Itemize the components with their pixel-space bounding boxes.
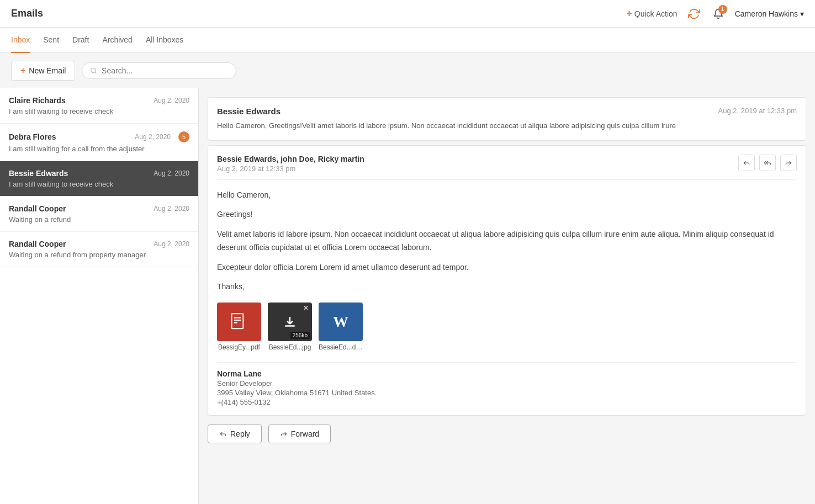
user-name[interactable]: Cameron Hawkins ▾ <box>735 9 804 18</box>
email-signature: Norma Lane Senior Developer 3995 Valley … <box>217 362 797 406</box>
attachment-pdf[interactable]: BessigEy...pdf <box>217 303 261 351</box>
word-icon: W <box>333 313 348 331</box>
reply-button[interactable]: Reply <box>208 425 262 443</box>
attachment-close-icon: ✕ <box>303 304 309 312</box>
email-item-debra[interactable]: Debra Flores Aug 2, 2020 5 I am still wa… <box>0 124 198 161</box>
attachment-thumb-doc: W <box>319 303 363 341</box>
forward-label: Forward <box>291 429 319 438</box>
attachment-doc-label: BessieEd...doc <box>319 343 363 351</box>
email-date: Aug 2, 2020 <box>154 169 189 177</box>
email-summary-card: Bessie Edwards Aug 2, 2019 at 12:33 pm H… <box>208 97 806 141</box>
email-actions: Reply Forward <box>208 425 806 443</box>
thread-thanks: Thanks, <box>217 280 797 294</box>
email-sender: Bessie Edwards <box>9 169 68 178</box>
signature-address: 3995 Valley View, Oklahoma 51671 United … <box>217 389 797 397</box>
email-preview: I am still waiting for a call from the a… <box>9 145 189 153</box>
refresh-button[interactable] <box>686 6 702 22</box>
quick-action-label: Quick Action <box>634 9 678 18</box>
thread-header: Bessie Edwards, john Doe, Ricky martin A… <box>217 155 797 180</box>
reply-icon <box>219 430 227 438</box>
email-item-header: Claire Richards Aug 2, 2020 <box>9 96 189 105</box>
quick-action-plus-icon: + <box>626 8 632 19</box>
signature-title: Senior Developer <box>217 379 797 388</box>
new-email-button[interactable]: + New Email <box>11 61 75 81</box>
notification-badge: 1 <box>718 5 727 14</box>
new-email-plus-icon: + <box>20 66 25 76</box>
email-preview: I am still waiting to receive check <box>9 107 189 115</box>
email-list: Claire Richards Aug 2, 2020 I am still w… <box>0 88 199 504</box>
thread-sender: Bessie Edwards, john Doe, Ricky martin <box>217 155 364 163</box>
email-summary-date: Aug 2, 2019 at 12:33 pm <box>718 107 797 115</box>
reply-label: Reply <box>230 429 250 438</box>
email-preview: I am still waiting to receive check <box>9 180 189 188</box>
email-summary-header: Bessie Edwards Aug 2, 2019 at 12:33 pm <box>217 107 797 116</box>
main-layout: Claire Richards Aug 2, 2020 I am still w… <box>0 88 815 504</box>
thread-subheading: Greetings! <box>217 208 797 221</box>
attachment-pdf-label: BessigEy...pdf <box>218 343 260 351</box>
email-preview: Waiting on a refund from property manage… <box>9 251 189 259</box>
email-date: Aug 2, 2020 <box>154 97 189 104</box>
email-sender: Claire Richards <box>9 96 66 105</box>
forward-button[interactable]: Forward <box>268 425 331 443</box>
attachments: BessigEy...pdf ✕ 256kb BessieEd...jpg <box>217 303 797 351</box>
thread-reply-all-button[interactable] <box>759 155 776 171</box>
email-item-header: Debra Flores Aug 2, 2020 5 <box>9 131 189 142</box>
thread-forward-button[interactable] <box>780 155 797 171</box>
email-sender: Debra Flores <box>9 132 56 141</box>
tab-sent[interactable]: Sent <box>43 28 59 53</box>
email-detail: Bessie Edwards Aug 2, 2019 at 12:33 pm H… <box>199 88 815 504</box>
svg-point-0 <box>91 68 96 73</box>
email-date: Aug 2, 2020 <box>154 240 189 248</box>
file-size-label: 256kb <box>290 332 310 339</box>
svg-rect-2 <box>232 314 244 328</box>
attachment-jpg-label: BessieEd...jpg <box>269 343 311 351</box>
email-date: Aug 2, 2020 <box>154 205 189 213</box>
attachment-thumb-pdf <box>217 303 261 341</box>
quick-action-button[interactable]: + Quick Action <box>626 8 677 19</box>
signature-phone: +(414) 555-0132 <box>217 398 797 406</box>
chevron-down-icon: ▾ <box>800 9 804 18</box>
header-right: + Quick Action 1 Cameron Hawkins ▾ <box>626 6 804 22</box>
thread-reply-button[interactable] <box>738 155 755 171</box>
toolbar: + New Email <box>0 53 815 88</box>
attachment-jpg[interactable]: ✕ 256kb BessieEd...jpg <box>268 303 312 351</box>
email-item-randall-2[interactable]: Randall Cooper Aug 2, 2020 Waiting on a … <box>0 232 198 267</box>
tab-all-inboxes[interactable]: All Inboxes <box>146 28 183 53</box>
download-icon <box>282 314 298 330</box>
email-date: Aug 2, 2020 <box>135 133 171 141</box>
attachment-doc[interactable]: W BessieEd...doc <box>319 303 363 351</box>
notification-button[interactable]: 1 <box>711 6 726 22</box>
thread-date: Aug 2, 2019 at 12:33 pm <box>217 165 364 173</box>
search-icon <box>90 67 97 75</box>
email-preview: Waiting on a refund <box>9 215 189 224</box>
thread-greeting: Hello Cameron, <box>217 189 797 202</box>
unread-badge: 5 <box>178 131 189 142</box>
email-item-header: Bessie Edwards Aug 2, 2020 <box>9 169 189 178</box>
new-email-label: New Email <box>29 66 66 75</box>
svg-line-1 <box>95 72 96 73</box>
tab-inbox[interactable]: Inbox <box>11 28 30 53</box>
thread-body: Hello Cameron, Greetings! Velit amet lab… <box>217 189 797 294</box>
forward-icon <box>280 430 288 438</box>
email-item-claire[interactable]: Claire Richards Aug 2, 2020 I am still w… <box>0 88 198 124</box>
email-item-randall-1[interactable]: Randall Cooper Aug 2, 2020 Waiting on a … <box>0 197 198 232</box>
tab-archived[interactable]: Archived <box>102 28 132 53</box>
email-item-header: Randall Cooper Aug 2, 2020 <box>9 204 189 213</box>
email-thread-card: Bessie Edwards, john Doe, Ricky martin A… <box>208 145 806 416</box>
email-sender: Randall Cooper <box>9 204 66 213</box>
signature-name: Norma Lane <box>217 369 797 378</box>
attachment-thumb-jpg: ✕ 256kb <box>268 303 312 341</box>
thread-sender-block: Bessie Edwards, john Doe, Ricky martin A… <box>217 155 364 173</box>
header: Emails + Quick Action 1 Cameron Hawkins … <box>0 0 815 28</box>
search-input[interactable] <box>102 66 228 75</box>
thread-body-line1: Velit amet laboris id labore ipsum. Non … <box>217 228 797 254</box>
tab-draft[interactable]: Draft <box>72 28 89 53</box>
email-item-header: Randall Cooper Aug 2, 2020 <box>9 240 189 248</box>
search-bar <box>82 62 236 79</box>
email-item-bessie[interactable]: Bessie Edwards Aug 2, 2020 I am still wa… <box>0 161 198 197</box>
thread-actions <box>738 155 797 171</box>
email-summary-sender: Bessie Edwards <box>217 107 281 116</box>
tabs-bar: Inbox Sent Draft Archived All Inboxes <box>0 28 815 53</box>
email-summary-body: Hello Cameron, Greetings!Velit amet labo… <box>217 120 797 131</box>
thread-body-line2: Excepteur dolor officia Lorem Lorem id a… <box>217 261 797 274</box>
